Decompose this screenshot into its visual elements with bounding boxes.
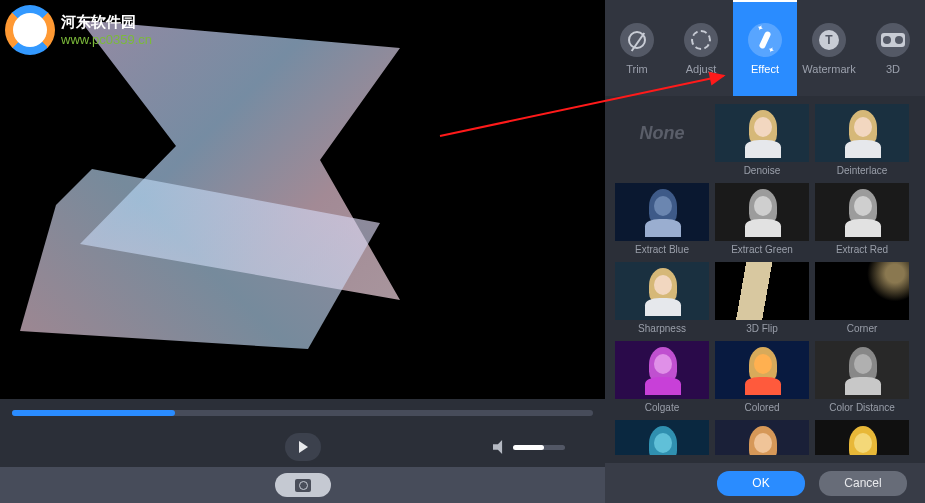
- effect-thumb: [715, 183, 809, 241]
- effect-label: Sharpness: [638, 323, 686, 335]
- effect-label: Extract Green: [731, 244, 793, 256]
- scissors-icon: [628, 31, 646, 49]
- effect-item[interactable]: 3D Flip: [715, 262, 809, 335]
- effect-thumb: [815, 420, 909, 455]
- effect-thumb: [815, 341, 909, 399]
- effect-item[interactable]: Colored: [715, 341, 809, 414]
- play-button[interactable]: [285, 433, 321, 461]
- preview-pane: [0, 0, 605, 503]
- effect-item[interactable]: [815, 420, 909, 455]
- effect-item[interactable]: Extract Red: [815, 183, 909, 256]
- effect-item[interactable]: [715, 420, 809, 455]
- effect-thumb: [815, 183, 909, 241]
- effect-label: Colgate: [645, 402, 679, 414]
- progress-row: [0, 399, 605, 427]
- effect-item[interactable]: None: [615, 104, 709, 177]
- edit-tabs: Trim Adjust Effect Watermark 3D: [605, 0, 925, 96]
- effect-thumb: [715, 104, 809, 162]
- effect-item[interactable]: [615, 420, 709, 455]
- tab-watermark[interactable]: Watermark: [797, 0, 861, 96]
- effect-item[interactable]: Denoise: [715, 104, 809, 177]
- effect-item[interactable]: Deinterlace: [815, 104, 909, 177]
- effect-thumb: None: [615, 104, 709, 162]
- effect-thumb: [715, 341, 809, 399]
- watermark-logo-icon: [5, 5, 55, 55]
- effect-item[interactable]: Extract Blue: [615, 183, 709, 256]
- tab-effect[interactable]: Effect: [733, 0, 797, 96]
- effect-thumb: [615, 262, 709, 320]
- video-preview[interactable]: [0, 0, 605, 399]
- volume-control: [493, 440, 565, 454]
- tab-3d[interactable]: 3D: [861, 0, 925, 96]
- watermark-url: www.pc0359.cn: [61, 32, 152, 47]
- effect-item[interactable]: Sharpness: [615, 262, 709, 335]
- watermark-overlay: 河东软件园 www.pc0359.cn: [5, 5, 152, 55]
- effect-thumb: [615, 420, 709, 455]
- cancel-button[interactable]: Cancel: [819, 471, 907, 496]
- effect-thumb: [715, 420, 809, 455]
- effect-label: 3D Flip: [746, 323, 778, 335]
- effect-label: Color Distance: [829, 402, 895, 414]
- volume-slider[interactable]: [513, 445, 565, 450]
- effect-item[interactable]: Extract Green: [715, 183, 809, 256]
- effect-thumb: [715, 262, 809, 320]
- snapshot-button[interactable]: [275, 473, 331, 497]
- glasses-3d-icon: [881, 33, 905, 47]
- effect-label: Extract Red: [836, 244, 888, 256]
- ok-button[interactable]: OK: [717, 471, 805, 496]
- effect-item[interactable]: Color Distance: [815, 341, 909, 414]
- effect-label: Colored: [744, 402, 779, 414]
- snapshot-row: [0, 467, 605, 503]
- edit-panel: Trim Adjust Effect Watermark 3D NoneDeno…: [605, 0, 925, 503]
- play-icon: [299, 441, 308, 453]
- effect-item[interactable]: Corner: [815, 262, 909, 335]
- effect-label: Extract Blue: [635, 244, 689, 256]
- watermark-title: 河东软件园: [61, 13, 152, 32]
- tab-trim[interactable]: Trim: [605, 0, 669, 96]
- camera-icon: [295, 479, 311, 492]
- text-icon: [819, 30, 839, 50]
- progress-fill: [12, 410, 175, 416]
- tab-label: 3D: [886, 63, 900, 75]
- effect-item[interactable]: Colgate: [615, 341, 709, 414]
- effect-thumb: [815, 104, 909, 162]
- effect-thumb: [815, 262, 909, 320]
- wand-icon: [758, 31, 771, 50]
- none-label: None: [615, 104, 709, 162]
- effect-label: Deinterlace: [837, 165, 888, 177]
- dialog-buttons: OK Cancel: [605, 463, 925, 503]
- effect-thumb: [615, 183, 709, 241]
- volume-fill: [513, 445, 544, 450]
- effect-label: Corner: [847, 323, 878, 335]
- effect-label: Denoise: [744, 165, 781, 177]
- volume-icon: [493, 440, 507, 454]
- effects-grid[interactable]: NoneDenoiseDeinterlaceExtract BlueExtrac…: [615, 104, 921, 455]
- progress-bar[interactable]: [12, 410, 593, 416]
- tab-label: Trim: [626, 63, 648, 75]
- player-controls: [0, 427, 605, 467]
- tab-label: Effect: [751, 63, 779, 75]
- effect-thumb: [615, 341, 709, 399]
- tab-label: Watermark: [802, 63, 855, 75]
- effects-panel: NoneDenoiseDeinterlaceExtract BlueExtrac…: [605, 96, 925, 463]
- adjust-icon: [691, 30, 711, 50]
